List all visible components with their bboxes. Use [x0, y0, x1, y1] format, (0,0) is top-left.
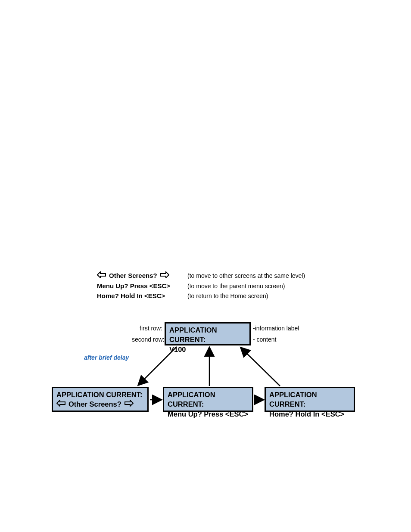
- legend-row-home: Home? Hold In <ESC> (to return to the Ho…: [97, 292, 338, 299]
- legend-desc: (to move to the parent menu screen): [187, 283, 285, 289]
- screen-box-home: APPLICATION CURRENT: Home? Hold In <ESC>: [265, 387, 355, 412]
- screen-box-menu-up: APPLICATION CURRENT: Menu Up? Press <ESC…: [163, 387, 253, 412]
- box-row1: APPLICATION CURRENT:: [169, 325, 246, 345]
- legend-row-menu-up: Menu Up? Press <ESC> (to move to the par…: [97, 282, 338, 289]
- svg-line-4: [241, 348, 280, 386]
- annotation-first-row: first row:: [140, 325, 162, 332]
- box-row1: APPLICATION CURRENT:: [269, 390, 350, 409]
- arrow-right-icon: [160, 271, 169, 280]
- annotation-second-row: second row:: [132, 336, 164, 343]
- box-row2: Home? Hold In <ESC>: [269, 409, 350, 419]
- legend-desc: (to return to the Home screen): [187, 292, 268, 299]
- arrow-left-icon: [56, 399, 66, 409]
- box-row2: Other Screens?: [68, 399, 121, 409]
- delay-annotation: after brief delay: [84, 354, 129, 361]
- legend-desc: (to move to other screens at the same le…: [187, 272, 305, 279]
- legend-label: Menu Up? Press <ESC>: [97, 282, 170, 289]
- arrow-right-icon: [124, 399, 134, 409]
- legend-block: Other Screens? (to move to other screens…: [97, 271, 338, 302]
- screen-box-top: APPLICATION CURRENT: V100: [165, 322, 251, 345]
- screen-box-other-screens: APPLICATION CURRENT: Other Screens?: [52, 387, 149, 412]
- box-row1: APPLICATION CURRENT:: [56, 390, 144, 399]
- box-row2: V100: [169, 345, 246, 354]
- legend-row-other-screens: Other Screens? (to move to other screens…: [97, 271, 338, 280]
- box-row2: Menu Up? Press <ESC>: [168, 409, 249, 419]
- legend-label: Home? Hold In <ESC>: [97, 292, 165, 299]
- box-row1: APPLICATION CURRENT:: [168, 390, 249, 409]
- legend-label: Other Screens?: [109, 272, 157, 279]
- annotation-info-label: -information label: [253, 325, 299, 332]
- annotation-content: - content: [253, 336, 276, 343]
- arrow-left-icon: [97, 271, 106, 280]
